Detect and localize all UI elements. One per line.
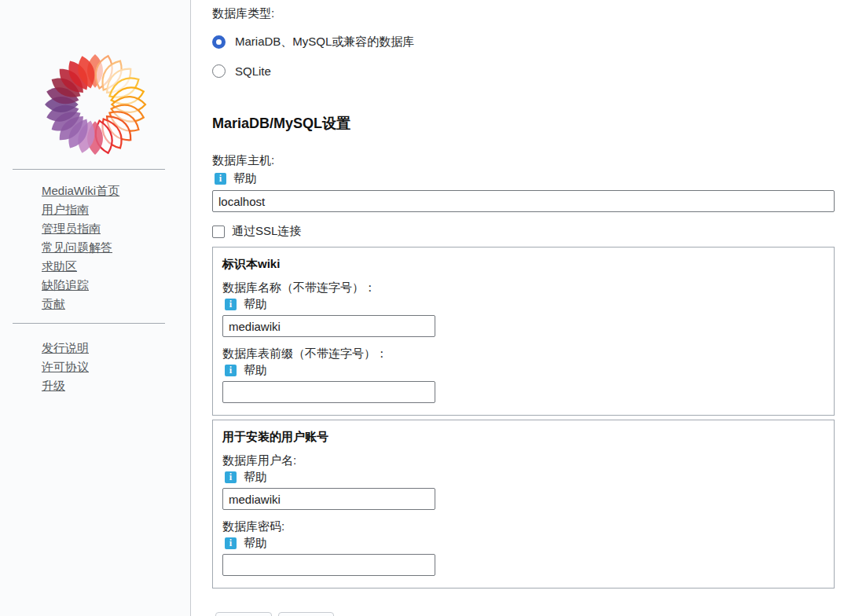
help-link-label: 帮助 bbox=[233, 171, 257, 186]
back-button[interactable]: ← 返回 bbox=[215, 612, 272, 616]
info-icon: i bbox=[225, 365, 237, 376]
ssl-checkbox-label: 通过SSL连接 bbox=[232, 224, 301, 239]
mediawiki-flower-logo-icon bbox=[42, 52, 148, 157]
sidebar-link-faq[interactable]: 常见问题解答 bbox=[42, 238, 190, 257]
radio-option-sqlite[interactable]: SQLite bbox=[212, 63, 835, 79]
db-name-label: 数据库名称（不带连字号）： bbox=[222, 280, 824, 295]
installer-form: 数据库类型: MariaDB、MySQL或兼容的数据库 SQLite Maria… bbox=[191, 0, 835, 616]
fieldset-install-account-legend: 用于安装的用户账号 bbox=[222, 430, 824, 444]
db-user-help-link[interactable]: i 帮助 bbox=[222, 471, 824, 484]
info-icon: i bbox=[225, 299, 237, 310]
fieldset-install-account: 用于安装的用户账号 数据库用户名: i 帮助 数据库密码: i 帮助 bbox=[212, 420, 835, 588]
db-host-help-link[interactable]: i 帮助 bbox=[212, 172, 835, 185]
radio-label-mariadb: MariaDB、MySQL或兼容的数据库 bbox=[235, 35, 414, 50]
sidebar-link-contribute[interactable]: 贡献 bbox=[42, 295, 190, 314]
page: MediaWiki首页 用户指南 管理员指南 常见问题解答 求助区 缺陷追踪 贡… bbox=[0, 0, 855, 616]
db-password-input[interactable] bbox=[222, 554, 435, 576]
db-host-label: 数据库主机: bbox=[212, 152, 835, 167]
sidebar-link-upgrade[interactable]: 升级 bbox=[42, 376, 190, 395]
info-icon: i bbox=[215, 173, 226, 185]
sidebar-nav-secondary: 发行说明 许可协议 升级 bbox=[0, 324, 190, 395]
fieldset-identify-wiki: 标识本wiki 数据库名称（不带连字号）： i 帮助 数据库表前缀（不带连字号）… bbox=[212, 247, 835, 416]
sidebar-link-help-area[interactable]: 求助区 bbox=[42, 257, 190, 276]
db-name-input[interactable] bbox=[222, 315, 435, 337]
sidebar-link-release-notes[interactable]: 发行说明 bbox=[42, 339, 190, 358]
sidebar-link-mediawiki-home[interactable]: MediaWiki首页 bbox=[42, 182, 190, 200]
help-link-label: 帮助 bbox=[244, 363, 267, 378]
db-prefix-help-link[interactable]: i 帮助 bbox=[222, 364, 824, 377]
ssl-checkbox-row[interactable]: 通过SSL连接 bbox=[212, 224, 835, 239]
info-icon: i bbox=[225, 537, 237, 549]
help-link-label: 帮助 bbox=[244, 470, 267, 485]
logo-container bbox=[0, 0, 190, 160]
db-prefix-label: 数据库表前缀（不带连字号）： bbox=[222, 346, 824, 361]
radio-unselected-icon[interactable] bbox=[212, 64, 226, 78]
sidebar: MediaWiki首页 用户指南 管理员指南 常见问题解答 求助区 缺陷追踪 贡… bbox=[0, 0, 191, 616]
radio-label-sqlite: SQLite bbox=[235, 64, 271, 78]
help-link-label: 帮助 bbox=[244, 536, 267, 551]
sidebar-nav-primary: MediaWiki首页 用户指南 管理员指南 常见问题解答 求助区 缺陷追踪 贡… bbox=[0, 170, 190, 314]
sidebar-link-license[interactable]: 许可协议 bbox=[42, 358, 190, 376]
radio-selected-icon[interactable] bbox=[212, 35, 226, 49]
fieldset-identify-legend: 标识本wiki bbox=[222, 257, 824, 271]
form-buttons: ← 返回 继续 → bbox=[212, 612, 835, 616]
sidebar-link-bug-tracker[interactable]: 缺陷追踪 bbox=[42, 276, 190, 295]
continue-button[interactable]: 继续 → bbox=[278, 612, 335, 616]
db-prefix-input[interactable] bbox=[222, 381, 435, 403]
sidebar-link-admin-guide[interactable]: 管理员指南 bbox=[42, 219, 190, 238]
checkbox-unchecked-icon[interactable] bbox=[212, 226, 225, 238]
db-host-input[interactable] bbox=[212, 190, 835, 212]
radio-option-mariadb[interactable]: MariaDB、MySQL或兼容的数据库 bbox=[212, 34, 835, 50]
sidebar-link-user-guide[interactable]: 用户指南 bbox=[42, 200, 190, 219]
db-user-input[interactable] bbox=[222, 488, 435, 510]
db-type-label: 数据库类型: bbox=[212, 6, 835, 20]
section-title: MariaDB/MySQL设置 bbox=[212, 115, 835, 132]
db-password-label: 数据库密码: bbox=[222, 519, 824, 534]
db-password-help-link[interactable]: i 帮助 bbox=[222, 537, 824, 550]
db-user-label: 数据库用户名: bbox=[222, 453, 824, 468]
help-link-label: 帮助 bbox=[244, 297, 267, 312]
info-icon: i bbox=[225, 471, 237, 483]
db-name-help-link[interactable]: i 帮助 bbox=[222, 298, 824, 311]
